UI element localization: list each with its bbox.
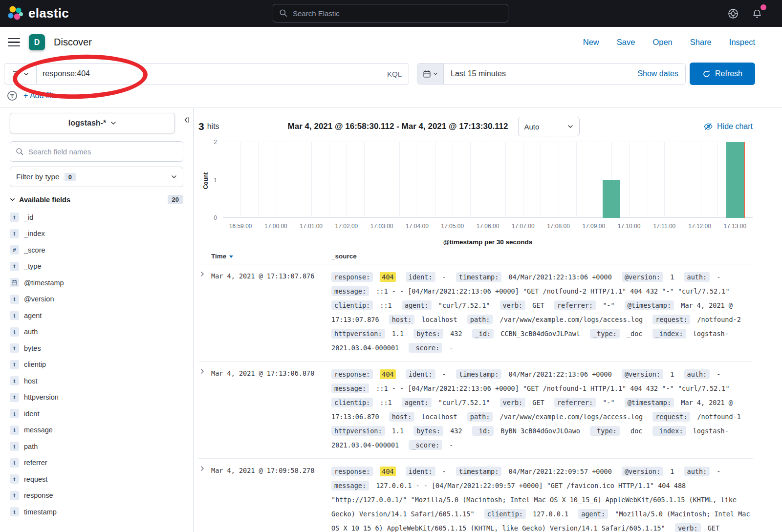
field-item-request[interactable]: trequest xyxy=(10,471,183,488)
date-quick-menu-button[interactable] xyxy=(417,64,444,84)
action-open-button[interactable]: Open xyxy=(652,38,672,47)
menu-icon[interactable] xyxy=(8,38,20,47)
add-filter-button[interactable]: + Add filter xyxy=(23,91,61,100)
field-key-badge: message: xyxy=(331,383,369,393)
x-tick-label: 17:12:00 xyxy=(688,223,711,230)
v-gridline xyxy=(329,142,329,218)
y-axis-title: Count xyxy=(202,172,209,190)
field-name: @timestamp xyxy=(24,279,64,287)
expand-row-button[interactable] xyxy=(198,270,211,281)
expand-row-button[interactable] xyxy=(198,465,211,475)
field-item-response[interactable]: tresponse xyxy=(10,488,183,504)
field-value: GET xyxy=(708,524,719,532)
field-key-badge: _score: xyxy=(409,440,442,450)
search-icon xyxy=(279,9,288,18)
field-item-referrer[interactable]: treferrer xyxy=(10,455,183,471)
available-fields-header[interactable]: Available fields 20 xyxy=(10,195,183,204)
action-inspect-button[interactable]: Inspect xyxy=(729,38,755,47)
index-pattern-select[interactable]: logstash-* xyxy=(10,113,175,133)
field-item-_index[interactable]: t_index xyxy=(10,226,183,242)
field-key-badge: _id: xyxy=(472,426,494,436)
chevron-down-icon xyxy=(10,197,15,202)
field-value: /notfound-1 xyxy=(697,413,740,421)
global-search-input[interactable] xyxy=(293,9,502,18)
field-key-badge: @version: xyxy=(622,369,663,379)
field-value: _doc xyxy=(627,427,643,435)
hide-chart-label: Hide chart xyxy=(717,122,753,131)
field-item-_type[interactable]: t_type xyxy=(10,258,183,275)
query-language-button[interactable]: KQL xyxy=(386,70,403,78)
field-item-clientip[interactable]: tclientip xyxy=(10,357,183,373)
field-key-badge: path: xyxy=(467,315,493,324)
field-name: _score xyxy=(24,246,45,254)
field-type-icon: # xyxy=(10,245,19,255)
field-key-badge: timestamp: xyxy=(456,467,501,476)
row-source: response: 404 ident: - timestamp: 04/Mar… xyxy=(331,367,753,452)
x-tick-label: 17:10:00 xyxy=(618,223,641,230)
field-search-input[interactable] xyxy=(28,148,177,156)
field-value: - xyxy=(717,370,720,378)
v-gridline xyxy=(399,142,400,218)
field-item-bytes[interactable]: tbytes xyxy=(10,340,183,357)
field-item-host[interactable]: thost xyxy=(10,373,183,389)
histogram-bar[interactable] xyxy=(603,180,620,218)
x-tick-label: 17:07:00 xyxy=(512,223,535,230)
elastic-logo[interactable]: elastic xyxy=(7,5,69,22)
field-item-auth[interactable]: tauth xyxy=(10,324,183,340)
column-time[interactable]: Time xyxy=(211,253,328,260)
field-item-_score[interactable]: #_score xyxy=(10,242,183,258)
row-time: Mar 4, 2021 @ 17:09:58.278 xyxy=(211,465,328,532)
histogram-bar[interactable] xyxy=(726,142,744,218)
hide-chart-button[interactable]: Hide chart xyxy=(704,122,753,131)
x-tick-label: 17:06:00 xyxy=(477,223,500,230)
calendar-icon xyxy=(423,70,431,78)
field-key-badge: @version: xyxy=(622,467,663,476)
field-item-@version[interactable]: t@version xyxy=(10,291,183,308)
collapse-sidebar-icon[interactable] xyxy=(182,116,191,124)
field-type-icon: t xyxy=(10,311,19,320)
show-dates-button[interactable]: Show dates xyxy=(637,69,685,78)
query-input[interactable] xyxy=(43,69,386,78)
expand-row-button[interactable] xyxy=(198,367,211,378)
x-tick-label: 17:03:00 xyxy=(370,223,393,230)
available-fields-label: Available fields xyxy=(19,196,70,204)
field-value: "-" xyxy=(603,301,614,309)
search-icon xyxy=(16,148,24,156)
refresh-button[interactable]: Refresh xyxy=(690,63,755,85)
field-type-icon: t xyxy=(10,458,19,468)
table-row: Mar 4, 2021 @ 17:13:07.876response: 404 … xyxy=(198,264,753,362)
table-row: Mar 4, 2021 @ 17:13:06.870response: 404 … xyxy=(198,362,753,459)
field-name: _index xyxy=(24,230,45,237)
action-save-button[interactable]: Save xyxy=(617,38,635,47)
field-item-ident[interactable]: tident xyxy=(10,405,183,422)
field-value: 1.1 xyxy=(392,427,404,435)
field-value: 432 xyxy=(450,330,462,338)
appbar-actions: NewSaveOpenShareInspect xyxy=(583,38,755,47)
field-item-_id[interactable]: t_id xyxy=(10,209,183,226)
action-new-button[interactable]: New xyxy=(583,38,599,47)
field-item-path[interactable]: tpath xyxy=(10,438,183,455)
time-range-value[interactable]: Last 15 minutes xyxy=(444,69,506,78)
field-value: - xyxy=(717,273,720,281)
help-icon[interactable] xyxy=(727,8,739,20)
field-value: localhost xyxy=(421,413,457,421)
table-header: Time _source xyxy=(198,253,753,264)
field-key-badge: ident: xyxy=(406,272,435,282)
field-item-httpversion[interactable]: thttpversion xyxy=(10,389,183,406)
field-key-badge: host: xyxy=(389,412,415,422)
field-key-badge: clientip: xyxy=(484,509,526,519)
field-item-timestamp[interactable]: ttimestamp xyxy=(10,504,183,520)
notifications-icon[interactable] xyxy=(752,8,762,20)
field-key-badge: timestamp: xyxy=(456,369,501,379)
field-item-agent[interactable]: tagent xyxy=(10,307,183,324)
saved-query-menu-button[interactable] xyxy=(4,63,36,85)
v-gridline xyxy=(523,142,523,218)
action-share-button[interactable]: Share xyxy=(690,38,712,47)
filter-by-type-button[interactable]: Filter by type 0 xyxy=(10,167,183,187)
field-item-message[interactable]: tmessage xyxy=(10,422,183,439)
field-value: /var/www/example.com/logs/access.log xyxy=(500,413,643,421)
elastic-logo-icon xyxy=(7,5,23,22)
field-item-@timestamp[interactable]: @timestamp xyxy=(10,275,183,291)
interval-select[interactable]: Auto xyxy=(518,117,580,136)
field-key-badge: agent: xyxy=(402,300,432,310)
